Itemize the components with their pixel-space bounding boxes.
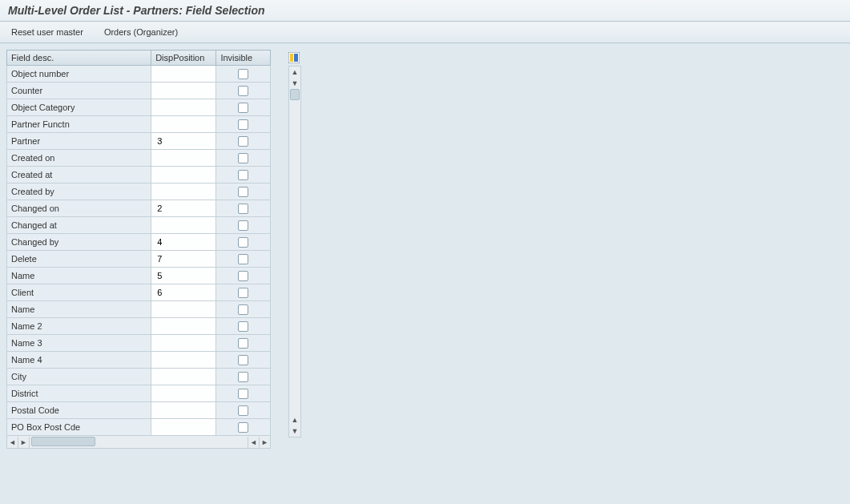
invisible-cell[interactable] [216,268,271,284]
disp-position-input[interactable] [155,371,211,382]
horizontal-scrollbar[interactable]: ◄ ► ◄ ► [6,436,271,449]
disp-position-cell[interactable] [151,200,216,217]
invisible-checkbox[interactable] [238,355,248,365]
disp-position-input[interactable] [155,388,211,399]
disp-position-input[interactable] [155,270,211,281]
invisible-checkbox[interactable] [238,69,248,79]
disp-position-cell[interactable] [151,167,216,183]
invisible-checkbox[interactable] [238,86,248,96]
invisible-cell[interactable] [216,99,271,116]
disp-position-input[interactable] [155,220,211,231]
invisible-cell[interactable] [216,419,271,436]
disp-position-cell[interactable] [151,352,216,369]
invisible-cell[interactable] [216,352,271,369]
invisible-cell[interactable] [216,200,271,217]
disp-position-cell[interactable] [151,217,216,234]
vscroll-thumb[interactable] [290,89,300,100]
invisible-checkbox[interactable] [238,422,248,433]
disp-position-cell[interactable] [151,150,216,167]
invisible-checkbox[interactable] [238,170,248,180]
invisible-checkbox[interactable] [238,187,248,197]
disp-position-cell[interactable] [151,301,216,318]
scroll-right-arrow-icon[interactable]: ► [259,437,270,448]
disp-position-input[interactable] [155,203,211,214]
disp-position-cell[interactable] [151,133,216,150]
orders-organizer-button[interactable]: Orders (Organizer) [101,26,181,38]
scroll-down-step-icon[interactable]: ▼ [289,78,300,89]
invisible-cell[interactable] [216,301,271,318]
scroll-up-step-icon[interactable]: ▲ [289,414,300,425]
invisible-checkbox[interactable] [238,220,248,231]
disp-position-cell[interactable] [151,284,216,301]
disp-position-input[interactable] [155,405,211,416]
disp-position-input[interactable] [155,152,211,163]
disp-position-input[interactable] [155,421,211,433]
invisible-cell[interactable] [216,133,271,150]
invisible-cell[interactable] [216,183,271,200]
disp-position-cell[interactable] [151,183,216,200]
disp-position-cell[interactable] [151,268,216,284]
reset-user-master-button[interactable]: Reset user master [8,26,87,38]
disp-position-input[interactable] [155,337,211,349]
invisible-cell[interactable] [216,284,271,301]
hscroll-thumb[interactable] [31,437,95,446]
invisible-checkbox[interactable] [238,136,248,147]
invisible-cell[interactable] [216,369,271,385]
invisible-checkbox[interactable] [238,321,248,332]
disp-position-cell[interactable] [151,335,216,352]
disp-position-input[interactable] [155,287,211,298]
disp-position-cell[interactable] [151,234,216,251]
disp-position-input[interactable] [155,354,211,365]
invisible-checkbox[interactable] [238,103,248,113]
invisible-cell[interactable] [216,251,271,268]
disp-position-cell[interactable] [151,83,216,99]
disp-position-cell[interactable] [151,385,216,402]
invisible-checkbox[interactable] [238,204,248,214]
scroll-down-arrow-icon[interactable]: ▼ [289,425,300,437]
invisible-checkbox[interactable] [238,405,248,416]
invisible-cell[interactable] [216,167,271,183]
invisible-cell[interactable] [216,116,271,133]
invisible-checkbox[interactable] [238,338,248,349]
invisible-cell[interactable] [216,217,271,234]
scroll-up-arrow-icon[interactable]: ▲ [289,67,300,78]
column-header-disp-position[interactable]: DispPosition [151,50,216,66]
invisible-checkbox[interactable] [238,254,248,264]
hscroll-track[interactable] [30,436,248,448]
scroll-left-arrow-icon[interactable]: ◄ [7,437,18,448]
invisible-cell[interactable] [216,150,271,167]
invisible-checkbox[interactable] [238,153,248,163]
invisible-checkbox[interactable] [238,119,248,130]
disp-position-cell[interactable] [151,99,216,116]
invisible-checkbox[interactable] [238,288,248,298]
column-header-field-desc[interactable]: Field desc. [7,50,151,66]
scroll-right-step-icon[interactable]: ► [18,437,30,448]
invisible-cell[interactable] [216,83,271,99]
invisible-cell[interactable] [216,402,271,419]
invisible-cell[interactable] [216,318,271,335]
disp-position-input[interactable] [155,253,211,264]
scroll-left-step-icon[interactable]: ◄ [248,437,259,448]
disp-position-cell[interactable] [151,251,216,268]
disp-position-input[interactable] [155,186,211,197]
disp-position-cell[interactable] [151,318,216,335]
disp-position-cell[interactable] [151,419,216,436]
invisible-cell[interactable] [216,385,271,402]
table-settings-icon[interactable] [288,51,300,64]
invisible-checkbox[interactable] [238,304,248,315]
disp-position-input[interactable] [155,321,211,332]
invisible-checkbox[interactable] [238,271,248,281]
invisible-checkbox[interactable] [238,372,248,382]
invisible-checkbox[interactable] [238,389,248,399]
disp-position-input[interactable] [155,135,211,147]
disp-position-cell[interactable] [151,66,216,83]
disp-position-cell[interactable] [151,116,216,133]
disp-position-input[interactable] [155,236,211,248]
column-header-invisible[interactable]: Invisible [216,50,271,66]
invisible-cell[interactable] [216,335,271,352]
disp-position-input[interactable] [155,68,211,79]
disp-position-input[interactable] [155,169,211,180]
invisible-cell[interactable] [216,66,271,83]
disp-position-input[interactable] [155,119,211,130]
disp-position-input[interactable] [155,85,211,96]
